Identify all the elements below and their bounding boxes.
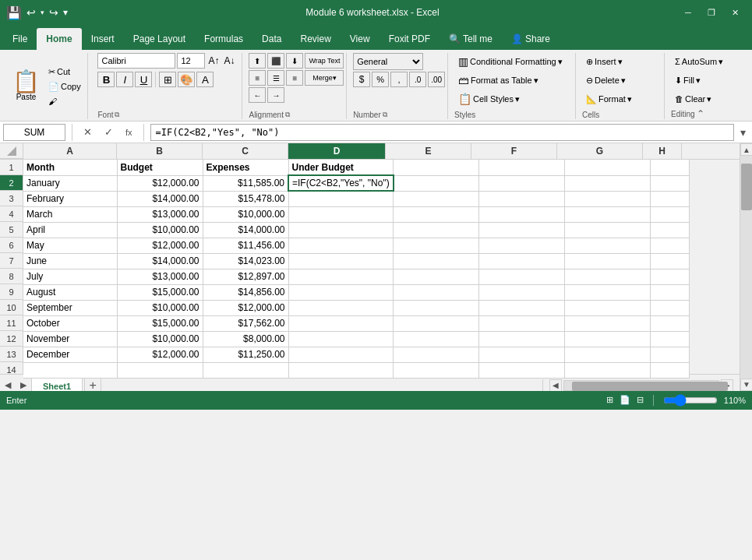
merge-center-button[interactable]: Merge▾	[305, 70, 344, 86]
cell-d9[interactable]	[288, 284, 394, 300]
row-num-6[interactable]: 6	[0, 238, 23, 253]
cell-h6[interactable]	[651, 238, 690, 253]
tab-page-layout[interactable]: Page Layout	[124, 28, 195, 50]
cell-a7[interactable]: June	[23, 253, 117, 269]
cell-c9[interactable]: $14,856.00	[203, 284, 288, 300]
cell-e9[interactable]	[394, 284, 479, 300]
conditional-formatting-button[interactable]: ▥ Conditional Formatting ▾	[454, 53, 571, 70]
cell-h2[interactable]	[651, 175, 690, 191]
cell-h4[interactable]	[651, 206, 690, 222]
h-scroll-left-button[interactable]: ◀	[549, 379, 562, 391]
cell-a8[interactable]: July	[23, 269, 117, 284]
row-num-13[interactable]: 13	[0, 347, 23, 362]
tab-data[interactable]: Data	[252, 28, 291, 50]
col-header-b[interactable]: B	[117, 143, 203, 159]
formula-expand-icon[interactable]: ▾	[737, 126, 749, 139]
cancel-formula-button[interactable]: ✕	[79, 125, 97, 139]
v-scrollbar-thumb[interactable]	[741, 164, 752, 210]
cell-styles-button[interactable]: 📋 Cell Styles ▾	[454, 90, 571, 107]
align-top-button[interactable]: ⬆	[249, 53, 266, 69]
sheet-nav-left-button[interactable]: ◀	[0, 378, 16, 391]
sheet-tab-sheet1[interactable]: Sheet1	[31, 377, 83, 391]
cell-c13[interactable]: $11,250.00	[203, 347, 288, 362]
row-num-8[interactable]: 8	[0, 269, 23, 284]
cell-c8[interactable]: $12,897.00	[203, 269, 288, 284]
fill-button[interactable]: ⬇ Fill ▾	[671, 72, 741, 89]
cell-h7[interactable]	[651, 253, 690, 269]
cell-b1[interactable]: Budget	[117, 160, 203, 175]
align-bottom-button[interactable]: ⬇	[286, 53, 303, 69]
decrease-font-button[interactable]: A↓	[222, 55, 236, 66]
cell-e13[interactable]	[394, 347, 479, 362]
cell-d11[interactable]	[288, 315, 394, 331]
normal-view-button[interactable]: ⊞	[606, 395, 613, 405]
cell-f7[interactable]	[479, 253, 565, 269]
cell-e4[interactable]	[394, 206, 479, 222]
cell-h13[interactable]	[651, 347, 690, 362]
clear-button[interactable]: 🗑 Clear ▾	[671, 90, 741, 107]
align-center-button[interactable]: ☰	[267, 70, 284, 86]
cell-d6[interactable]	[288, 238, 394, 253]
cell-d1[interactable]: Under Budget	[288, 160, 394, 175]
cell-b12[interactable]: $10,000.00	[117, 331, 203, 347]
cell-c11[interactable]: $17,562.00	[203, 315, 288, 331]
tab-foxit-pdf[interactable]: Foxit PDF	[380, 28, 440, 50]
cell-d12[interactable]	[288, 331, 394, 347]
cell-g6[interactable]	[565, 238, 651, 253]
tab-share[interactable]: 👤 Share	[502, 28, 560, 50]
cell-g3[interactable]	[565, 191, 651, 206]
cell-e8[interactable]	[394, 269, 479, 284]
cell-d4[interactable]	[288, 206, 394, 222]
cell-f3[interactable]	[479, 191, 565, 206]
cell-e14[interactable]	[394, 362, 479, 378]
tab-review[interactable]: Review	[291, 28, 340, 50]
row-num-5[interactable]: 5	[0, 222, 23, 238]
cell-c12[interactable]: $8,000.00	[203, 331, 288, 347]
cell-b4[interactable]: $13,000.00	[117, 206, 203, 222]
cell-d8[interactable]	[288, 269, 394, 284]
autosum-button[interactable]: Σ AutoSum ▾	[671, 53, 741, 70]
italic-button[interactable]: I	[116, 72, 133, 87]
col-header-g[interactable]: G	[557, 143, 643, 159]
col-header-h[interactable]: H	[643, 143, 682, 159]
cell-h10[interactable]	[651, 300, 690, 315]
cell-a14[interactable]	[23, 362, 117, 378]
cell-d2[interactable]: =IF(C2<B2,"Yes", "No")	[288, 175, 394, 191]
close-button[interactable]: ✕	[724, 2, 746, 23]
cell-a3[interactable]: February	[23, 191, 117, 206]
cell-b13[interactable]: $12,000.00	[117, 347, 203, 362]
cell-g4[interactable]	[565, 206, 651, 222]
zoom-slider[interactable]	[663, 394, 718, 407]
cell-e3[interactable]	[394, 191, 479, 206]
cell-a11[interactable]: October	[23, 315, 117, 331]
cell-a2[interactable]: January	[23, 175, 117, 191]
name-box[interactable]	[3, 124, 65, 141]
cell-h5[interactable]	[651, 222, 690, 238]
v-scrollbar-track[interactable]	[740, 156, 752, 379]
cell-e2[interactable]	[394, 175, 479, 191]
cell-h9[interactable]	[651, 284, 690, 300]
cell-f9[interactable]	[479, 284, 565, 300]
cell-e7[interactable]	[394, 253, 479, 269]
cell-c3[interactable]: $15,478.00	[203, 191, 288, 206]
cell-b2[interactable]: $12,000.00	[117, 175, 203, 191]
format-cells-button[interactable]: 📐 Format ▾	[582, 90, 660, 107]
row-num-10[interactable]: 10	[0, 300, 23, 315]
fill-color-button[interactable]: 🎨	[178, 72, 195, 87]
cell-g1[interactable]	[565, 160, 651, 175]
cell-c10[interactable]: $12,000.00	[203, 300, 288, 315]
col-header-d[interactable]: D	[288, 143, 386, 159]
cell-g9[interactable]	[565, 284, 651, 300]
undo-dropdown-icon[interactable]: ▾	[41, 9, 44, 16]
redo-icon[interactable]: ↪	[49, 6, 58, 19]
cell-b6[interactable]: $12,000.00	[117, 238, 203, 253]
add-sheet-button[interactable]: +	[84, 377, 101, 391]
v-scroll-up-button[interactable]: ▲	[740, 143, 752, 156]
cell-f4[interactable]	[479, 206, 565, 222]
page-break-view-button[interactable]: ⊟	[637, 395, 644, 405]
decrease-decimal-button[interactable]: .0	[409, 72, 426, 87]
cell-h11[interactable]	[651, 315, 690, 331]
row-num-9[interactable]: 9	[0, 284, 23, 300]
save-icon[interactable]: 💾	[6, 5, 22, 20]
cell-g14[interactable]	[565, 362, 651, 378]
